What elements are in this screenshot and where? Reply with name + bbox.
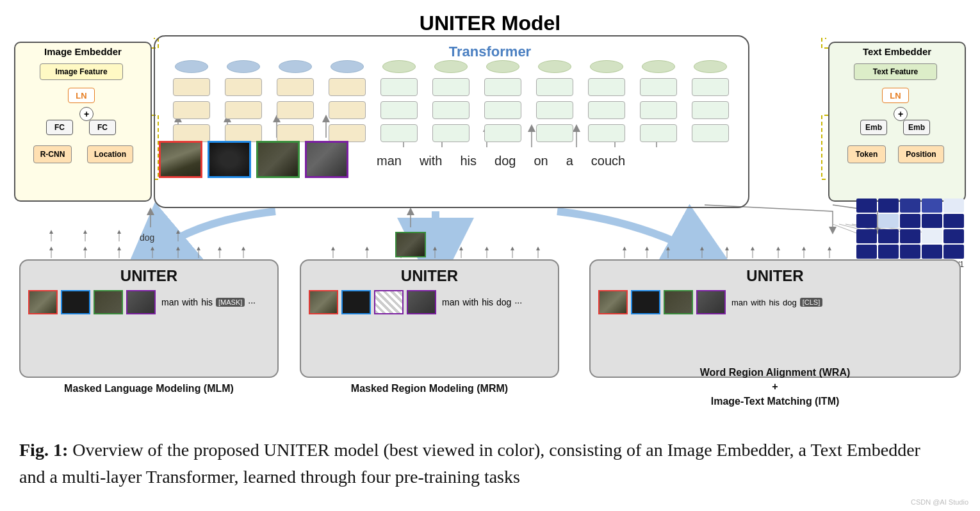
wra-img-4 [696,290,726,314]
word-couch: couch [591,154,625,168]
mrm-ellipsis: ··· [514,297,522,307]
wra-img-2 [631,290,660,314]
mrm-word-man: man [442,297,459,307]
caption-area: Fig. 1: Overview of the proposed UNITER … [19,437,942,491]
mrm-img-2 [341,290,371,314]
img-fc1-box: FC [46,120,73,135]
mlm-img-4 [126,290,156,314]
mrm-img-1 [309,290,338,314]
mlm-word-his: his [201,297,213,307]
word-his: his [460,154,477,168]
word-man: man [377,154,402,168]
text-feature-box: Text Feature [854,63,937,80]
mlm-mask-tag: [MASK] [216,298,245,307]
watermark: CSDN @AI Studio [911,498,968,506]
region-img-3 [256,141,300,178]
mlm-img-2 [61,290,90,314]
mrm-uniter-label: UNITER [301,261,558,285]
region-img-4 [305,141,348,178]
mlm-images-row: man with his [MASK] ··· [20,285,277,314]
caption-text: Fig. 1: Overview of the proposed UNITER … [19,437,942,491]
heatmap-container: 0/1 [856,199,964,269]
mlm-word-man: man [161,297,179,307]
mlm-task-label: Masked Language Modeling (MLM) [20,383,277,394]
mrm-img-masked [374,290,404,314]
txt-emb2-box: Emb [903,120,930,135]
img-fc2-box: FC [89,120,116,135]
dog-label: dog [140,232,154,243]
region-img-2 [208,141,251,178]
word-a: a [566,154,573,168]
mlm-img-1 [28,290,58,314]
mlm-ellipsis: ··· [248,297,256,307]
svg-line-42 [833,224,858,234]
text-embedder-box: Text Embedder Text Feature LN + Emb Emb … [828,42,966,202]
mlm-img-3 [94,290,123,314]
image-embedder-title: Image Embedder [15,43,151,57]
mrm-word-his: his [482,297,493,307]
wra-img-1 [598,290,628,314]
fig-label: Fig. 1: [19,440,68,460]
location-box: Location [87,145,133,163]
token-box: Token [847,145,886,163]
model-title: UNITER Model [420,12,560,35]
txt-ln-box: LN [882,88,909,103]
wra-uniter-label: UNITER [591,261,960,285]
txt-emb1-box: Emb [860,120,887,135]
rcnn-box: R-CNN [33,145,72,163]
caption-body: Overview of the proposed UNITER model (b… [19,440,920,487]
mlm-uniter-label: UNITER [20,261,277,285]
image-embedder-box: Image Embedder Image Feature LN + FC FC … [14,42,152,202]
word-with: with [420,154,443,168]
img-ln-box: LN [68,88,95,103]
mlm-word-with: with [182,297,198,307]
img-plus-circle: + [79,107,94,121]
wra-cls-tag: [CLS] [800,298,823,307]
position-box: Position [898,145,944,163]
wra-images-row: man with his dog [CLS] [591,285,960,314]
region-images-row [159,141,348,178]
mrm-img-4 [407,290,436,314]
words-row: man with his dog on a couch [377,154,625,168]
txt-plus-circle: + [894,107,908,121]
mrm-box: UNITER man with his dog ··· Masked Regio… [300,259,559,378]
wra-box: UNITER man with his dog [CLS] Word Regio… [589,259,961,378]
region-img-1 [159,141,202,178]
wra-word-his: his [769,298,780,307]
mrm-word-with: with [462,297,478,307]
word-dog: dog [494,154,516,168]
wra-img-3 [664,290,693,314]
main-container: UNITER Model [0,0,980,511]
small-green-img-above-mrm [395,232,426,257]
transformer-label: Transformer [449,44,531,60]
image-feature-box: Image Feature [40,63,123,80]
mrm-task-label: Masked Region Modeling (MRM) [301,383,558,394]
wra-word-dog: dog [783,298,797,307]
wra-word-man: man [731,298,747,307]
mrm-word-dog: dog [496,297,511,307]
word-on: on [534,154,548,168]
text-embedder-title: Text Embedder [829,43,965,57]
wra-word-with: with [751,298,765,307]
wra-task-label: Word Region Alignment (WRA) + Image-Text… [591,366,960,409]
mrm-images-row: man with his dog ··· [301,285,558,314]
mlm-box: UNITER man with his [MASK] ··· Masked La… [19,259,279,378]
